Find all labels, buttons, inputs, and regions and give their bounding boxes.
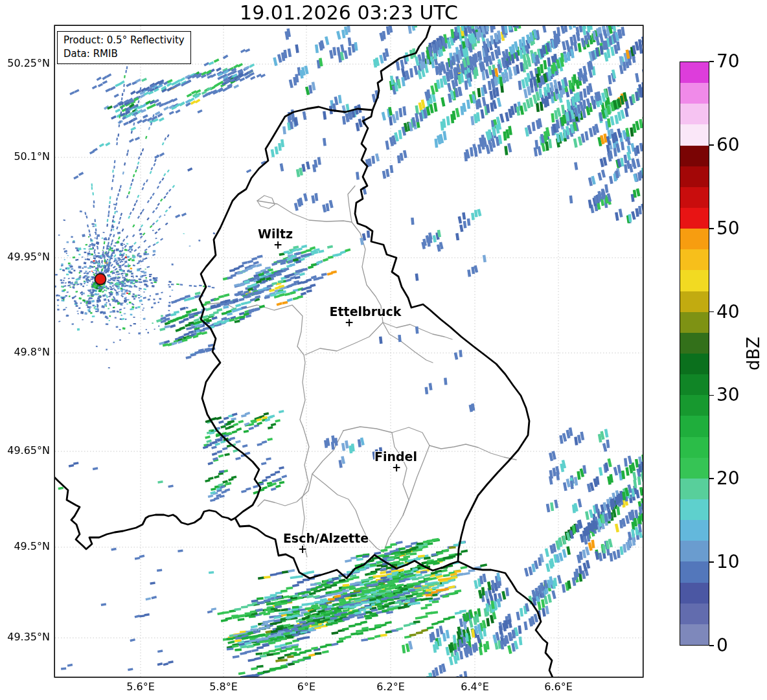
colorbar-tick bbox=[709, 228, 714, 229]
x-tick-label: 5.6°E bbox=[111, 681, 170, 693]
colorbar bbox=[680, 62, 709, 646]
colorbar-tick-label: 70 bbox=[716, 51, 740, 73]
colorbar-segment bbox=[680, 124, 709, 145]
colorbar-tick-label: 40 bbox=[716, 301, 740, 323]
colorbar-tick-label: 0 bbox=[716, 635, 728, 657]
colorbar-segment bbox=[680, 437, 709, 458]
colorbar-segment bbox=[680, 312, 709, 333]
colorbar-tick-label: 30 bbox=[716, 384, 740, 406]
colorbar-segment bbox=[680, 83, 709, 104]
product-info-box: Product: 0.5° Reflectivity Data: RMIB bbox=[57, 31, 191, 64]
city-label-esch-alzette: Esch/Alzette bbox=[283, 531, 369, 545]
colorbar-tick-label: 20 bbox=[716, 468, 740, 490]
colorbar-segment bbox=[680, 270, 709, 291]
colorbar-tick bbox=[709, 561, 714, 563]
figure-title: 19.01.2026 03:23 UTC bbox=[55, 0, 643, 25]
colorbar-segment bbox=[680, 354, 709, 374]
colorbar-segment bbox=[680, 561, 709, 582]
product-info-line2: Data: RMIB bbox=[63, 47, 185, 61]
colorbar-segment bbox=[680, 624, 709, 645]
colorbar-segment bbox=[680, 541, 709, 561]
colorbar-segment bbox=[680, 187, 709, 208]
colorbar-tick bbox=[709, 395, 714, 396]
colorbar-segment bbox=[680, 62, 709, 83]
colorbar-segment bbox=[680, 166, 709, 187]
colorbar-tick bbox=[709, 144, 714, 146]
city-marker-icon: + bbox=[345, 316, 354, 329]
city-label-ettelbruck: Ettelbruck bbox=[330, 304, 402, 319]
colorbar-segment bbox=[680, 458, 709, 479]
colorbar-segment bbox=[680, 520, 709, 541]
colorbar-segment bbox=[680, 146, 709, 166]
colorbar-segment bbox=[680, 604, 709, 624]
product-info-line1: Product: 0.5° Reflectivity bbox=[63, 34, 185, 47]
colorbar-axis-label: dBZ bbox=[744, 337, 763, 370]
colorbar-segment bbox=[680, 499, 709, 520]
colorbar-segment bbox=[680, 416, 709, 436]
x-tick-label: 6.2°E bbox=[361, 681, 420, 693]
y-tick-label: 49.35°N bbox=[0, 631, 50, 643]
x-tick-label: 6°E bbox=[277, 681, 336, 693]
colorbar-segment bbox=[680, 229, 709, 249]
colorbar-segment bbox=[680, 208, 709, 229]
colorbar-tick-label: 50 bbox=[716, 218, 740, 240]
city-marker-icon: + bbox=[392, 461, 401, 474]
colorbar-segment bbox=[680, 249, 709, 270]
colorbar-segment bbox=[680, 395, 709, 416]
x-tick-label: 5.8°E bbox=[194, 681, 253, 693]
x-tick-label: 6.6°E bbox=[529, 681, 588, 693]
colorbar-tick bbox=[709, 645, 714, 646]
city-marker-icon: + bbox=[298, 543, 307, 556]
y-tick-label: 49.5°N bbox=[0, 540, 50, 552]
city-marker-icon: + bbox=[273, 238, 282, 251]
colorbar-segment bbox=[680, 583, 709, 604]
y-tick-label: 49.95°N bbox=[0, 251, 50, 263]
radar-map-canvas bbox=[0, 0, 767, 700]
y-tick-label: 50.1°N bbox=[0, 150, 50, 163]
colorbar-tick-label: 60 bbox=[716, 134, 740, 156]
colorbar-segment bbox=[680, 104, 709, 124]
colorbar-tick bbox=[709, 61, 714, 62]
y-tick-label: 50.25°N bbox=[0, 57, 50, 69]
colorbar-tick bbox=[709, 478, 714, 479]
colorbar-segment bbox=[680, 333, 709, 354]
y-tick-label: 49.8°N bbox=[0, 346, 50, 358]
x-tick-label: 6.4°E bbox=[446, 681, 504, 693]
y-tick-label: 49.65°N bbox=[0, 444, 50, 457]
colorbar-segment bbox=[680, 291, 709, 312]
colorbar-segment bbox=[680, 374, 709, 395]
radar-figure: 19.01.2026 03:23 UTC Product: 0.5° Refle… bbox=[0, 0, 767, 700]
colorbar-segment bbox=[680, 479, 709, 499]
colorbar-tick-label: 10 bbox=[716, 551, 740, 573]
colorbar-tick bbox=[709, 311, 714, 313]
